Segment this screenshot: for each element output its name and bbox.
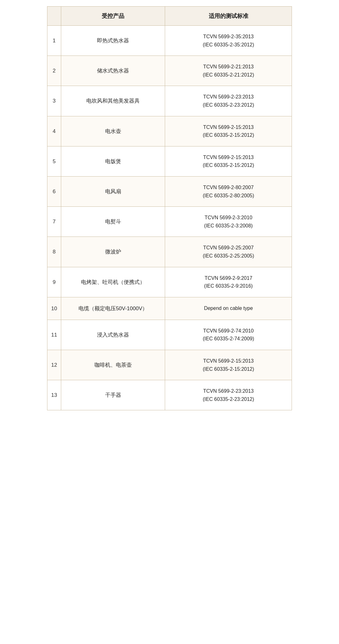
cell-product: 微波炉 — [61, 237, 165, 267]
cell-standard: TCVN 5699-2-25:2007 (IEC 60335-2-25:2005… — [165, 237, 292, 267]
cell-standard: TCVN 5699-2-3:2010 (IEC 60335-2-3:2008) — [165, 207, 292, 237]
cell-num: 3 — [47, 86, 61, 116]
table-row: 11浸入式热水器TCVN 5699-2-74:2010 (IEC 60335-2… — [47, 320, 292, 350]
table-row: 10电缆（额定电压50V-1000V）Depend on cable type — [47, 297, 292, 320]
cell-product: 干手器 — [61, 380, 165, 410]
cell-product: 电水壶 — [61, 116, 165, 146]
cell-standard: TCVN 5699-2-35:2013 (IEC 60335-2-35:2012… — [165, 26, 292, 56]
cell-num: 12 — [47, 350, 61, 380]
header-product: 受控产品 — [61, 7, 165, 26]
header-standard: 适用的测试标准 — [165, 7, 292, 26]
cell-num: 1 — [47, 26, 61, 56]
table-row: 5电饭煲TCVN 5699-2-15:2013 (IEC 60335-2-15:… — [47, 146, 292, 176]
cell-num: 13 — [47, 380, 61, 410]
cell-standard: TCVN 5699-2-74:2010 (IEC 60335-2-74:2009… — [165, 320, 292, 350]
cell-standard: TCVN 5699-2-23:2013 (IEC 60335-2-23:2012… — [165, 86, 292, 116]
cell-product: 浸入式热水器 — [61, 320, 165, 350]
table-row: 4电水壶TCVN 5699-2-15:2013 (IEC 60335-2-15:… — [47, 116, 292, 146]
cell-standard: TCVN 5699-2-80:2007 (IEC 60335-2-80:2005… — [165, 176, 292, 206]
cell-num: 5 — [47, 146, 61, 176]
cell-num: 11 — [47, 320, 61, 350]
cell-num: 6 — [47, 176, 61, 206]
cell-product: 电吹风和其他美发器具 — [61, 86, 165, 116]
cell-num: 2 — [47, 56, 61, 86]
cell-num: 7 — [47, 207, 61, 237]
table-row: 1即热式热水器TCVN 5699-2-35:2013 (IEC 60335-2-… — [47, 26, 292, 56]
cell-standard: TCVN 5699-2-23:2013 (IEC 60335-2-23:2012… — [165, 380, 292, 410]
header-num — [47, 7, 61, 26]
table-row: 12咖啡机、电茶壶TCVN 5699-2-15:2013 (IEC 60335-… — [47, 350, 292, 380]
cell-standard: TCVN 5699-2-9:2017 (IEC 60335-2-9:2016) — [165, 267, 292, 297]
table-row: 13干手器TCVN 5699-2-23:2013 (IEC 60335-2-23… — [47, 380, 292, 410]
table-row: 3电吹风和其他美发器具TCVN 5699-2-23:2013 (IEC 6033… — [47, 86, 292, 116]
standards-table: 受控产品 适用的测试标准 1即热式热水器TCVN 5699-2-35:2013 … — [47, 6, 292, 410]
cell-num: 9 — [47, 267, 61, 297]
cell-product: 储水式热水器 — [61, 56, 165, 86]
cell-standard: TCVN 5699-2-15:2013 (IEC 60335-2-15:2012… — [165, 116, 292, 146]
cell-product: 电熨斗 — [61, 207, 165, 237]
cell-num: 4 — [47, 116, 61, 146]
cell-num: 10 — [47, 297, 61, 320]
cell-product: 即热式热水器 — [61, 26, 165, 56]
main-table-container: 受控产品 适用的测试标准 1即热式热水器TCVN 5699-2-35:2013 … — [47, 6, 292, 410]
cell-product: 电缆（额定电压50V-1000V） — [61, 297, 165, 320]
cell-product: 电烤架、吐司机（便携式） — [61, 267, 165, 297]
cell-product: 电风扇 — [61, 176, 165, 206]
table-header-row: 受控产品 适用的测试标准 — [47, 7, 292, 26]
cell-product: 电饭煲 — [61, 146, 165, 176]
table-row: 7电熨斗TCVN 5699-2-3:2010 (IEC 60335-2-3:20… — [47, 207, 292, 237]
cell-product: 咖啡机、电茶壶 — [61, 350, 165, 380]
cell-standard: TCVN 5699-2-15:2013 (IEC 60335-2-15:2012… — [165, 146, 292, 176]
table-row: 2储水式热水器TCVN 5699-2-21:2013 (IEC 60335-2-… — [47, 56, 292, 86]
table-row: 9电烤架、吐司机（便携式）TCVN 5699-2-9:2017 (IEC 603… — [47, 267, 292, 297]
table-row: 6电风扇TCVN 5699-2-80:2007 (IEC 60335-2-80:… — [47, 176, 292, 206]
cell-standard: TCVN 5699-2-15:2013 (IEC 60335-2-15:2012… — [165, 350, 292, 380]
table-row: 8微波炉TCVN 5699-2-25:2007 (IEC 60335-2-25:… — [47, 237, 292, 267]
cell-num: 8 — [47, 237, 61, 267]
cell-standard: Depend on cable type — [165, 297, 292, 320]
cell-standard: TCVN 5699-2-21:2013 (IEC 60335-2-21:2012… — [165, 56, 292, 86]
